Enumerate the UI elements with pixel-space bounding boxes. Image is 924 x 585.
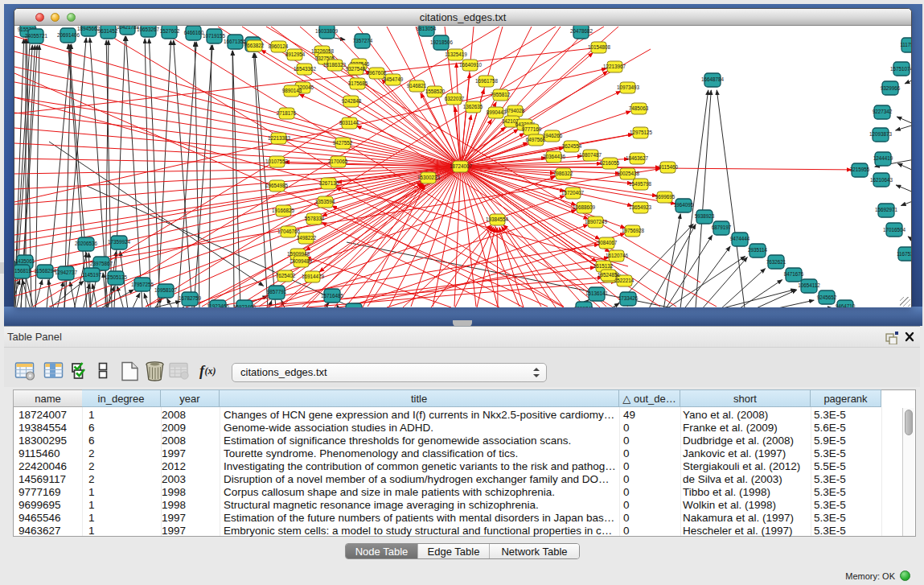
svg-text:9777169: 9777169 bbox=[522, 126, 542, 132]
svg-text:16640910: 16640910 bbox=[459, 62, 483, 68]
svg-text:1946266: 1946266 bbox=[543, 133, 563, 138]
svg-text:3498222: 3498222 bbox=[297, 235, 317, 241]
svg-text:7625402: 7625402 bbox=[276, 273, 296, 278]
svg-text:1435061: 1435061 bbox=[15, 258, 35, 264]
svg-text:16033809: 16033809 bbox=[315, 28, 339, 34]
svg-text:10807487: 10807487 bbox=[579, 152, 602, 158]
svg-text:12975125: 12975125 bbox=[630, 130, 653, 135]
svg-text:8031144: 8031144 bbox=[339, 120, 359, 126]
svg-text:1558520: 1558520 bbox=[425, 89, 446, 94]
svg-text:15716485: 15716485 bbox=[321, 293, 344, 299]
svg-text:18945662: 18945662 bbox=[77, 26, 101, 31]
svg-text:20691406: 20691406 bbox=[57, 32, 80, 38]
svg-text:24055721: 24055721 bbox=[25, 33, 48, 39]
svg-text:9794028: 9794028 bbox=[505, 108, 525, 113]
svg-text:9329966: 9329966 bbox=[881, 85, 901, 91]
svg-text:9146821: 9146821 bbox=[407, 83, 427, 89]
svg-text:15495798: 15495798 bbox=[629, 181, 652, 187]
svg-text:9115460: 9115460 bbox=[659, 164, 679, 170]
svg-text:1117533: 1117533 bbox=[900, 42, 911, 47]
svg-text:20478682: 20478682 bbox=[570, 28, 593, 34]
svg-text:18463627: 18463627 bbox=[626, 155, 649, 161]
svg-text:2935114: 2935114 bbox=[748, 247, 768, 253]
svg-text:6879197: 6879197 bbox=[712, 225, 732, 230]
svg-text:1167533: 1167533 bbox=[897, 251, 911, 257]
svg-text:5938923: 5938923 bbox=[695, 213, 715, 219]
svg-text:19524851: 19524851 bbox=[598, 272, 621, 278]
svg-text:7663822: 7663822 bbox=[244, 43, 265, 48]
svg-text:10154808: 10154808 bbox=[588, 44, 611, 50]
svg-text:7357274: 7357274 bbox=[353, 38, 373, 43]
svg-text:15720407: 15720407 bbox=[561, 190, 585, 196]
svg-text:3215955: 3215955 bbox=[850, 167, 870, 172]
svg-text:2718176: 2718176 bbox=[277, 110, 297, 116]
svg-text:11568294: 11568294 bbox=[34, 268, 56, 274]
svg-text:3267130: 3267130 bbox=[319, 180, 339, 186]
svg-text:1527602: 1527602 bbox=[160, 28, 180, 34]
svg-text:7632621: 7632621 bbox=[766, 259, 786, 265]
svg-text:9084067: 9084067 bbox=[598, 240, 618, 245]
svg-text:16914479: 16914479 bbox=[302, 274, 325, 279]
svg-text:12213967: 12213967 bbox=[603, 64, 626, 69]
svg-text:12505135: 12505135 bbox=[105, 274, 128, 280]
svg-text:10654112: 10654112 bbox=[798, 282, 820, 288]
svg-text:9857791: 9857791 bbox=[267, 289, 287, 295]
svg-text:9227342: 9227342 bbox=[873, 109, 893, 114]
svg-text:16961758: 16961758 bbox=[475, 78, 499, 84]
svg-text:2522214: 2522214 bbox=[614, 278, 634, 283]
svg-text:11325419: 11325419 bbox=[445, 51, 467, 57]
svg-text:19654985: 19654985 bbox=[265, 183, 289, 188]
svg-text:17046766: 17046766 bbox=[277, 229, 301, 234]
svg-text:16210643: 16210643 bbox=[870, 177, 893, 183]
svg-text:9699741: 9699741 bbox=[574, 306, 594, 307]
svg-text:1353594: 1353594 bbox=[315, 199, 335, 204]
svg-text:6216055: 6216055 bbox=[600, 160, 620, 166]
svg-text:9631452: 9631452 bbox=[98, 28, 118, 34]
svg-text:15692971: 15692971 bbox=[875, 207, 898, 212]
svg-text:2170065: 2170065 bbox=[328, 159, 348, 164]
svg-text:8454749: 8454749 bbox=[384, 76, 404, 82]
svg-text:14099489: 14099489 bbox=[290, 258, 313, 264]
svg-text:10973493: 10973493 bbox=[617, 84, 640, 90]
svg-text:15136141: 15136141 bbox=[585, 290, 609, 296]
svg-text:9474444: 9474444 bbox=[730, 236, 750, 241]
svg-text:9242848: 9242848 bbox=[342, 98, 362, 104]
svg-text:9699695: 9699695 bbox=[655, 194, 676, 200]
svg-text:17359924: 17359924 bbox=[108, 239, 131, 245]
svg-text:16120746: 16120746 bbox=[606, 253, 629, 258]
svg-text:12093873: 12093873 bbox=[869, 131, 893, 137]
svg-text:8813054: 8813054 bbox=[417, 26, 437, 31]
svg-text:10107553: 10107553 bbox=[265, 159, 289, 164]
svg-text:19166825: 19166825 bbox=[272, 208, 295, 213]
svg-text:15300233: 15300233 bbox=[417, 175, 441, 180]
svg-text:10719155: 10719155 bbox=[203, 33, 226, 39]
svg-text:8471676: 8471676 bbox=[784, 271, 804, 277]
svg-text:13654923: 13654923 bbox=[629, 204, 652, 210]
svg-text:16782759: 16782759 bbox=[179, 295, 202, 301]
svg-text:18907249: 18907249 bbox=[585, 219, 608, 225]
svg-text:18724007: 18724007 bbox=[450, 163, 473, 169]
svg-text:12213383: 12213383 bbox=[268, 135, 291, 141]
svg-text:18186323: 18186323 bbox=[323, 62, 347, 68]
svg-text:8960124: 8960124 bbox=[269, 43, 289, 49]
svg-text:9327548: 9327548 bbox=[346, 66, 366, 72]
svg-text:10025438: 10025438 bbox=[617, 171, 640, 176]
svg-text:8912954: 8912954 bbox=[285, 51, 306, 57]
svg-text:17957255: 17957255 bbox=[131, 282, 154, 287]
svg-text:2967608: 2967608 bbox=[367, 70, 387, 76]
svg-text:19218506: 19218506 bbox=[430, 39, 454, 45]
svg-text:16648784: 16648784 bbox=[701, 76, 725, 82]
svg-text:23975867: 23975867 bbox=[90, 261, 113, 266]
svg-text:7986322: 7986322 bbox=[553, 171, 573, 176]
svg-text:3624554: 3624554 bbox=[562, 143, 582, 149]
svg-text:17016504: 17016504 bbox=[883, 227, 906, 233]
svg-text:6322037: 6322037 bbox=[445, 96, 465, 101]
svg-text:1156819: 1156819 bbox=[14, 268, 32, 274]
svg-text:5578334: 5578334 bbox=[305, 216, 325, 221]
svg-text:10958107: 10958107 bbox=[154, 287, 178, 293]
svg-text:11923466: 11923466 bbox=[207, 303, 229, 307]
svg-text:9465546: 9465546 bbox=[344, 307, 364, 307]
svg-text:9464710: 9464710 bbox=[836, 303, 856, 307]
svg-text:20364436: 20364436 bbox=[543, 154, 566, 159]
svg-text:1733426: 1733426 bbox=[618, 295, 639, 301]
